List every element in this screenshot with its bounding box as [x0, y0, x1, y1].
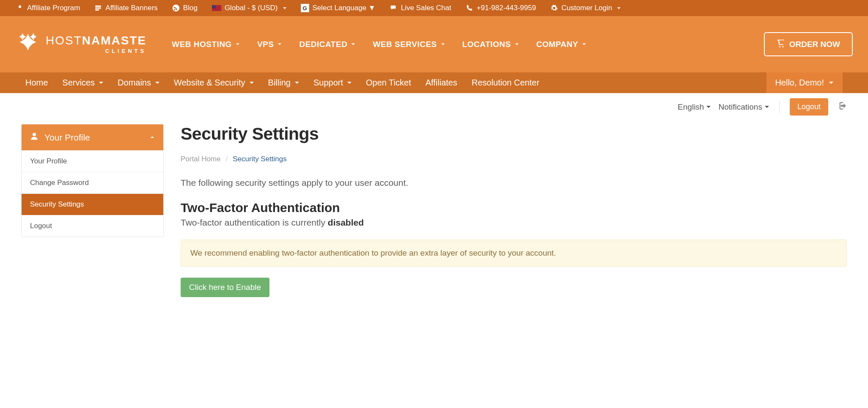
language-selector[interactable]: G Select Language ▼: [301, 4, 376, 12]
subnav-resolution-center[interactable]: Resolution Center: [472, 78, 539, 88]
tfa-prefix: Two-factor authentication is currently: [181, 218, 328, 227]
label: Customer Login: [561, 4, 612, 12]
label: English: [678, 102, 704, 112]
nav-web-hosting[interactable]: WEB HOSTING: [172, 40, 239, 49]
divider: [779, 101, 780, 113]
label: Click here to Enable: [189, 283, 261, 292]
header: HOSTNAMASTE CLIENTS WEB HOSTING VPS DEDI…: [0, 16, 868, 72]
subnav-website-security[interactable]: Website & Security: [174, 78, 254, 88]
label: Services: [62, 78, 95, 88]
chevron-down-icon: [515, 43, 519, 45]
nav-vps[interactable]: VPS: [257, 40, 282, 49]
customer-login-link[interactable]: Customer Login: [550, 4, 621, 12]
label: Hello, Demo!: [775, 78, 824, 88]
breadcrumb-current: Security Settings: [233, 155, 287, 163]
chevron-down-icon: [765, 106, 769, 108]
logo-mark-icon: [15, 31, 41, 58]
subnav-services[interactable]: Services: [62, 78, 103, 88]
sidebar-item-logout[interactable]: Logout: [22, 215, 163, 237]
label: +91-982-443-9959: [477, 4, 536, 12]
chevron-up-icon: [149, 132, 156, 143]
user-icon: [30, 132, 38, 143]
subnav-domains[interactable]: Domains: [118, 78, 159, 88]
lead-text: The following security settings apply to…: [181, 178, 847, 188]
order-now-button[interactable]: ORDER NOW: [764, 32, 853, 56]
chevron-down-icon: [441, 43, 445, 45]
utility-row: English Notifications Logout: [0, 93, 868, 116]
page-title: Security Settings: [181, 124, 847, 144]
breadcrumb-home-link[interactable]: Portal Home: [181, 155, 220, 163]
breadcrumb: Portal Home / Security Settings: [181, 155, 847, 163]
label: Security Settings: [30, 200, 84, 208]
chevron-down-icon: [155, 82, 159, 84]
nav-dedicated[interactable]: DEDICATED: [299, 40, 355, 49]
subnav-home[interactable]: Home: [25, 78, 48, 88]
label: Notifications: [718, 102, 762, 112]
label: Support: [313, 78, 343, 88]
subnav-open-ticket[interactable]: Open Ticket: [366, 78, 411, 88]
enable-tfa-button[interactable]: Click here to Enable: [181, 278, 269, 297]
main-nav: WEB HOSTING VPS DEDICATED WEB SERVICES L…: [172, 40, 751, 49]
tfa-recommendation-alert: We recommend enabling two-factor authent…: [181, 240, 847, 267]
brand-logo[interactable]: HOSTNAMASTE CLIENTS: [15, 31, 146, 58]
tfa-heading: Two-Factor Authentication: [181, 201, 847, 215]
chevron-down-icon: [706, 106, 711, 108]
label: DEDICATED: [299, 40, 347, 49]
tfa-status-line: Two-factor authentication is currently d…: [181, 218, 847, 228]
nav-web-services[interactable]: WEB SERVICES: [373, 40, 444, 49]
svg-point-1: [174, 9, 175, 10]
panel-header[interactable]: Your Profile: [22, 124, 163, 150]
chevron-down-icon: [347, 82, 352, 84]
google-translate-icon: G: [301, 4, 309, 12]
topbar: Affiliate Program Affiliate Banners Blog…: [0, 0, 868, 16]
profile-panel: Your Profile Your Profile Change Passwor…: [21, 124, 164, 237]
chevron-down-icon: [99, 82, 103, 84]
label: Logout: [797, 102, 821, 111]
notifications-dropdown[interactable]: Notifications: [718, 102, 769, 112]
label: Affiliate Banners: [105, 4, 157, 12]
live-chat-link[interactable]: Live Sales Chat: [390, 4, 451, 12]
label: Your Profile: [30, 157, 67, 165]
chevron-down-icon: [283, 7, 286, 9]
label: Home: [25, 78, 48, 88]
blog-link[interactable]: Blog: [172, 4, 198, 12]
logout-button[interactable]: Logout: [790, 98, 828, 116]
label: WEB SERVICES: [373, 40, 437, 49]
chevron-down-icon: [250, 82, 254, 84]
tfa-status: disabled: [328, 218, 364, 227]
label: Affiliates: [426, 78, 457, 88]
chevron-down-icon: [278, 43, 281, 45]
label: Global - $ (USD): [225, 4, 278, 12]
chevron-down-icon: [582, 43, 586, 45]
label: ORDER NOW: [789, 40, 840, 49]
gear-icon: [550, 4, 558, 12]
label: Your Profile: [44, 132, 90, 143]
sidebar-item-your-profile[interactable]: Your Profile: [22, 150, 163, 172]
currency-selector[interactable]: Global - $ (USD): [212, 4, 286, 12]
label: Resolution Center: [472, 78, 539, 88]
label: Affiliate Program: [27, 4, 80, 12]
sidebar: Your Profile Your Profile Change Passwor…: [21, 124, 164, 297]
cart-icon: [777, 39, 785, 50]
label: Domains: [118, 78, 151, 88]
subnav-billing[interactable]: Billing: [268, 78, 299, 88]
subnav-user-menu[interactable]: Hello, Demo!: [766, 72, 843, 93]
nav-company[interactable]: COMPANY: [536, 40, 586, 49]
affiliate-banners-link[interactable]: Affiliate Banners: [94, 4, 157, 12]
label: Change Password: [30, 179, 89, 187]
sidebar-item-change-password[interactable]: Change Password: [22, 172, 163, 193]
affiliate-program-link[interactable]: Affiliate Program: [16, 4, 80, 12]
nav-locations[interactable]: LOCATIONS: [462, 40, 519, 49]
label: Live Sales Chat: [401, 4, 451, 12]
phone-link[interactable]: +91-982-443-9959: [466, 4, 536, 12]
chevron-down-icon: [295, 82, 299, 84]
rss-icon: [172, 4, 180, 12]
language-dropdown[interactable]: English: [678, 102, 711, 112]
sidebar-item-security-settings[interactable]: Security Settings: [22, 193, 163, 215]
subnav-support[interactable]: Support: [313, 78, 352, 88]
chevron-down-icon: [352, 43, 355, 45]
subnav-affiliates[interactable]: Affiliates: [426, 78, 457, 88]
sign-out-icon[interactable]: [836, 100, 847, 114]
label: COMPANY: [536, 40, 578, 49]
label: Logout: [30, 222, 52, 230]
